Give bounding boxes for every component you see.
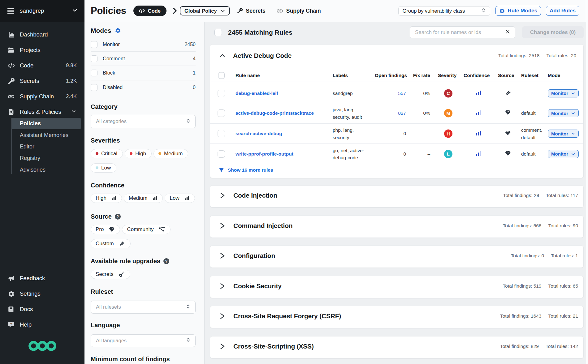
svg-text:?: ?	[10, 322, 12, 326]
